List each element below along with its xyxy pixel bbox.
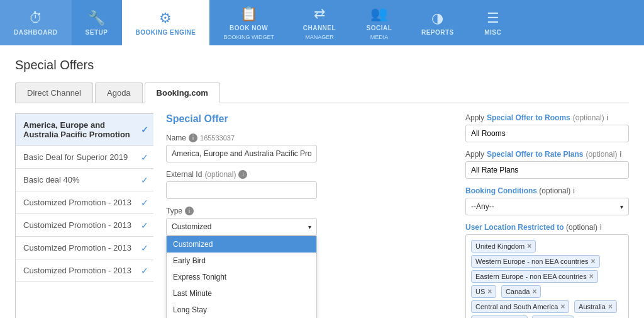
setup-icon: 🔧 [88, 10, 105, 26]
right-panel: Apply Special Offer to Rooms (optional) … [459, 113, 629, 318]
external-id-info-icon[interactable]: i [238, 170, 247, 179]
reports-icon: ◑ [431, 10, 443, 26]
sidebar-item-3[interactable]: Customized Promotion - 2013 ✓ [16, 191, 153, 214]
sidebar-item-label-0: America, Europe and Australia Pacific Pr… [23, 120, 130, 139]
tag-oceania: Oceania × [532, 315, 574, 318]
rooms-label: Apply Special Offer to Rooms (optional) … [465, 113, 629, 122]
type-option-long-stay[interactable]: Long Stay [167, 302, 316, 318]
booking-conditions-select[interactable]: --Any-- ▾ [465, 198, 629, 215]
tag-canada-close[interactable]: × [532, 287, 536, 296]
nav-reports[interactable]: ◑ REPORTS [408, 0, 468, 45]
sidebar-item-0[interactable]: America, Europe and Australia Pacific Pr… [16, 114, 153, 146]
tag-ee-close[interactable]: × [589, 272, 594, 281]
misc-icon: ☰ [487, 10, 499, 26]
tab-bookingcom[interactable]: Booking.com [145, 82, 220, 103]
tag-eastern-europe: Eastern Europe - non EEA countries × [471, 270, 598, 283]
name-row: Name i 165533037 [166, 133, 447, 162]
sidebar-check-4: ✓ [141, 220, 148, 230]
top-navigation: ⏱ DASHBOARD 🔧 SETUP ⚙ BOOKING ENGINE 📋 B… [0, 0, 644, 45]
nav-book-now-label: BOOK NOW [230, 25, 268, 31]
booking-conditions-label: Booking Conditions (optional) i [465, 186, 629, 195]
tag-we-close[interactable]: × [591, 257, 596, 266]
nav-misc[interactable]: ☰ MISC [468, 0, 518, 45]
rate-plans-input[interactable] [465, 161, 629, 179]
user-location-row: User Location Restricted to (optional) i… [465, 223, 629, 318]
sidebar-check-1: ✓ [141, 152, 148, 162]
tab-agoda[interactable]: Agoda [95, 82, 143, 103]
name-label: Name i 165533037 [166, 133, 447, 142]
type-option-early-bird[interactable]: Early Bird [167, 253, 316, 269]
page-title: Special Offers [15, 58, 629, 72]
user-location-info-icon[interactable]: i [600, 223, 602, 232]
type-option-express-tonight[interactable]: Express Tonight [167, 269, 316, 285]
rooms-input[interactable] [465, 125, 629, 142]
sidebar-item-2[interactable]: Basic deal 40% ✓ [16, 169, 153, 191]
tab-direct-channel[interactable]: Direct Channel [15, 82, 93, 103]
sidebar-check-0: ✓ [141, 125, 148, 135]
nav-booking-widget-label: BOOKING WIDGET [223, 34, 274, 40]
rate-plans-label: Apply Special Offer to Rate Plans (optio… [465, 150, 629, 159]
tag-western-europe: Western Europe - non EEA countries × [471, 255, 600, 268]
nav-setup[interactable]: 🔧 SETUP [72, 0, 122, 45]
sidebar-item-1[interactable]: Basic Deal for Superior 2019 ✓ [16, 146, 153, 169]
name-input[interactable] [166, 145, 317, 162]
rate-plans-row: Apply Special Offer to Rate Plans (optio… [465, 150, 629, 179]
nav-booking-engine-label: BOOKING ENGINE [136, 29, 196, 36]
sidebar-check-5: ✓ [141, 243, 148, 253]
tabs-bar: Direct Channel Agoda Booking.com [15, 82, 629, 103]
tag-csa-close[interactable]: × [560, 302, 565, 311]
nav-channel-manager[interactable]: ⇄ CHANNEL MANAGER [288, 0, 351, 45]
main-layout: America, Europe and Australia Pacific Pr… [15, 113, 629, 318]
page-content: Special Offers Direct Channel Agoda Book… [0, 45, 644, 318]
dashboard-icon: ⏱ [29, 10, 43, 26]
tag-us: US × [471, 285, 496, 298]
sidebar-item-5[interactable]: Customized Promotion - 2013 ✓ [16, 237, 153, 259]
booking-conditions-caret-icon: ▾ [620, 203, 623, 210]
tag-australia: Australia × [574, 300, 617, 313]
tag-aus-close[interactable]: × [608, 302, 613, 311]
type-option-customized[interactable]: Customized [167, 236, 316, 253]
rate-plans-info-icon[interactable]: i [619, 150, 621, 159]
nav-setup-label: SETUP [86, 29, 108, 36]
type-option-last-minute[interactable]: Last Minute [167, 285, 316, 302]
tag-us-close[interactable]: × [487, 287, 492, 296]
nav-channel-manager-label: CHANNEL [303, 25, 336, 31]
booking-conditions-row: Booking Conditions (optional) i --Any-- … [465, 186, 629, 215]
nav-social-media[interactable]: 👥 SOCIAL MEDIA [351, 0, 408, 45]
tag-uk-close[interactable]: × [527, 242, 531, 251]
social-media-icon: 👥 [370, 6, 387, 22]
tag-new-zealand: New Zealand × [471, 315, 528, 318]
sidebar-list: America, Europe and Australia Pacific Pr… [15, 113, 153, 318]
sidebar-item-6[interactable]: Customized Promotion - 2013 ✓ [16, 259, 153, 282]
type-container: Customized ▾ Customized Early Bird Expre… [166, 218, 317, 236]
tag-central-south-america: Central and South America × [471, 300, 569, 313]
rooms-info-icon[interactable]: i [607, 113, 609, 122]
nav-booking-engine[interactable]: ⚙ BOOKING ENGINE [122, 0, 210, 45]
booking-conditions-info-icon[interactable]: i [573, 186, 575, 195]
type-select[interactable]: Customized ▾ [166, 218, 317, 236]
sidebar-check-6: ✓ [141, 266, 148, 276]
form-title: Special Offer [166, 113, 447, 125]
nav-book-now[interactable]: 📋 BOOK NOW BOOKING WIDGET [209, 0, 288, 45]
book-now-icon: 📋 [240, 6, 257, 22]
name-info-icon[interactable]: i [189, 133, 197, 142]
type-row: Type i Customized ▾ Customized Early Bir… [166, 207, 447, 236]
nav-dashboard-label: DASHBOARD [14, 29, 58, 36]
type-info-icon[interactable]: i [185, 207, 194, 215]
nav-social-media-label: SOCIAL [367, 25, 392, 31]
type-label: Type i [166, 207, 447, 215]
tag-canada: Canada × [501, 285, 541, 298]
nav-dashboard[interactable]: ⏱ DASHBOARD [0, 0, 72, 45]
sidebar-item-label-3: Customized Promotion - 2013 [23, 198, 131, 207]
sidebar-item-label-2: Basic deal 40% [23, 175, 80, 185]
external-id-input[interactable] [166, 181, 317, 199]
sidebar-item-4[interactable]: Customized Promotion - 2013 ✓ [16, 214, 153, 237]
nav-reports-label: REPORTS [421, 29, 454, 36]
rooms-row: Apply Special Offer to Rooms (optional) … [465, 113, 629, 142]
sidebar-item-label-4: Customized Promotion - 2013 [23, 220, 131, 230]
name-id: 165533037 [200, 134, 235, 142]
channel-manager-icon: ⇄ [314, 6, 325, 22]
special-offer-form: Special Offer Name i 165533037 External … [153, 113, 459, 318]
user-location-label: User Location Restricted to (optional) i [465, 223, 629, 232]
sidebar-check-3: ✓ [141, 198, 148, 208]
